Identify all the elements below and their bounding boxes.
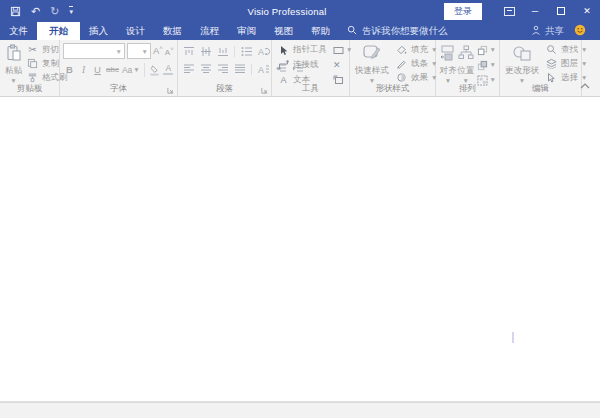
send-to-back-icon	[477, 60, 488, 71]
select-cursor-icon	[545, 73, 558, 83]
title-bar-controls: 登录 ─ ✕	[444, 0, 600, 22]
font-size-combobox[interactable]: ▼	[127, 43, 151, 59]
ribbon-tab-row: 文件 开始 插入 设计 数据 流程 审阅 视图 帮助 告诉我你想要做什么 共享	[0, 22, 600, 40]
layers-icon	[545, 58, 558, 69]
ribbon-group-arrange: 对齐 ▼ 位置 ▼ ▼ ▼ ▼	[436, 40, 500, 96]
smiley-icon	[574, 24, 586, 38]
ribbon-group-clipboard: 粘贴 ▼ ✂ 剪切 复制 格式刷 剪贴板	[0, 40, 60, 96]
find-icon	[545, 44, 558, 55]
tab-file[interactable]: 文件	[0, 22, 37, 40]
change-case-button[interactable]: Aa▼	[121, 62, 141, 77]
quick-styles-button[interactable]: 快速样式 ▼	[353, 42, 391, 86]
rectangle-icon	[333, 46, 344, 55]
collapse-ribbon-button[interactable]	[580, 75, 590, 93]
pointer-tool-label: 指针工具	[293, 44, 327, 56]
group-label-paragraph: 段落	[178, 83, 271, 95]
paragraph-dialog-launcher[interactable]	[261, 87, 269, 95]
connector-button[interactable]: 连接线	[275, 58, 329, 72]
share-button[interactable]: 共享	[521, 22, 574, 40]
font-dialog-launcher[interactable]	[167, 87, 175, 95]
drawing-canvas[interactable]	[0, 97, 600, 402]
paste-label: 粘贴	[5, 65, 22, 77]
change-shape-label: 更改形状	[505, 65, 539, 77]
underline-button[interactable]: U	[91, 62, 104, 77]
minimize-button[interactable]: ─	[522, 0, 548, 22]
send-to-back-button[interactable]: ▼	[477, 58, 496, 72]
title-bar: ↶ ↻ ▾ Visio Professional 登录 ─ ✕	[0, 0, 600, 22]
paste-icon	[6, 43, 22, 63]
tab-review[interactable]: 审阅	[228, 22, 265, 40]
group-label-font: 字体	[60, 83, 177, 95]
tab-help[interactable]: 帮助	[302, 22, 339, 40]
undo-button[interactable]: ↶	[31, 6, 40, 17]
close-button[interactable]: ✕	[574, 0, 600, 22]
quick-styles-icon	[362, 43, 382, 63]
line-icon	[395, 58, 408, 69]
text-highlight-button[interactable]	[148, 62, 161, 77]
layers-label: 图层	[561, 58, 578, 70]
align-middle-button[interactable]	[198, 44, 213, 58]
sign-in-button[interactable]: 登录	[444, 3, 482, 20]
find-button[interactable]: 查找 ▼	[543, 43, 589, 56]
bring-to-front-icon	[477, 45, 488, 56]
bold-button[interactable]: B	[63, 62, 76, 77]
group-label-editing: 编辑	[500, 83, 581, 95]
customize-qat-dropdown[interactable]: ▾	[69, 6, 73, 16]
change-shape-button[interactable]: 更改形状 ▼	[503, 42, 541, 86]
position-button[interactable]: 位置 ▼	[457, 42, 475, 86]
line-button[interactable]: 线条 ▼	[393, 57, 439, 70]
position-icon	[458, 43, 474, 63]
layers-button[interactable]: 图层 ▼	[543, 57, 589, 70]
copy-icon	[26, 58, 39, 69]
fill-button[interactable]: 填充 ▼	[393, 43, 439, 56]
bring-to-front-button[interactable]: ▼	[477, 43, 496, 57]
save-button[interactable]	[10, 6, 21, 17]
text-direction-button[interactable]: A	[256, 62, 271, 76]
paste-button[interactable]: 粘贴 ▼	[3, 42, 24, 86]
tab-view[interactable]: 视图	[265, 22, 302, 40]
bullets-button[interactable]	[239, 44, 254, 58]
grow-font-button[interactable]: A˄	[153, 45, 163, 56]
align-label: 对齐	[439, 65, 456, 77]
format-painter-icon	[26, 72, 39, 83]
align-top-button[interactable]	[181, 44, 196, 58]
align-button[interactable]: 对齐 ▼	[439, 42, 457, 86]
tab-home[interactable]: 开始	[37, 22, 80, 40]
font-name-combobox[interactable]: ▼	[63, 43, 125, 59]
tab-data[interactable]: 数据	[154, 22, 191, 40]
align-bottom-button[interactable]	[215, 44, 230, 58]
ribbon-group-paragraph: A A 段落	[178, 40, 272, 96]
justify-button[interactable]	[232, 62, 247, 76]
italic-button[interactable]: I	[77, 62, 90, 77]
cut-icon: ✂	[26, 45, 39, 55]
align-right-button[interactable]	[215, 62, 230, 76]
strikethrough-button[interactable]: abc	[105, 62, 120, 77]
position-label: 位置	[457, 65, 474, 77]
copy-label: 复制	[42, 58, 59, 70]
align-left-button[interactable]	[181, 62, 196, 76]
maximize-icon	[557, 7, 565, 15]
fill-icon	[395, 44, 408, 55]
text-cursor-artifact	[512, 332, 514, 343]
find-label: 查找	[561, 44, 578, 56]
tab-insert[interactable]: 插入	[80, 22, 117, 40]
tab-process[interactable]: 流程	[191, 22, 228, 40]
redo-button[interactable]: ↻	[50, 6, 59, 17]
shrink-font-button[interactable]: A˅	[165, 46, 174, 57]
maximize-button[interactable]	[548, 0, 574, 22]
visio-window: ↶ ↻ ▾ Visio Professional 登录 ─ ✕ 文件 开始 插入…	[0, 0, 600, 418]
ribbon-display-options-button[interactable]	[496, 0, 522, 22]
rotate-text-button[interactable]: A	[256, 44, 271, 58]
effects-icon	[395, 72, 408, 83]
tab-design[interactable]: 设计	[117, 22, 154, 40]
pointer-tool-button[interactable]: 指针工具	[275, 43, 329, 57]
line-label: 线条	[411, 58, 428, 70]
svg-text:A: A	[258, 47, 264, 57]
feedback-smiley-button[interactable]	[574, 22, 600, 40]
search-icon	[347, 25, 357, 37]
tell-me-search[interactable]: 告诉我你想要做什么	[339, 22, 456, 40]
align-center-button[interactable]	[198, 62, 213, 76]
font-color-button[interactable]: A	[162, 62, 175, 77]
pointer-icon	[277, 45, 290, 56]
status-bar	[0, 402, 600, 418]
